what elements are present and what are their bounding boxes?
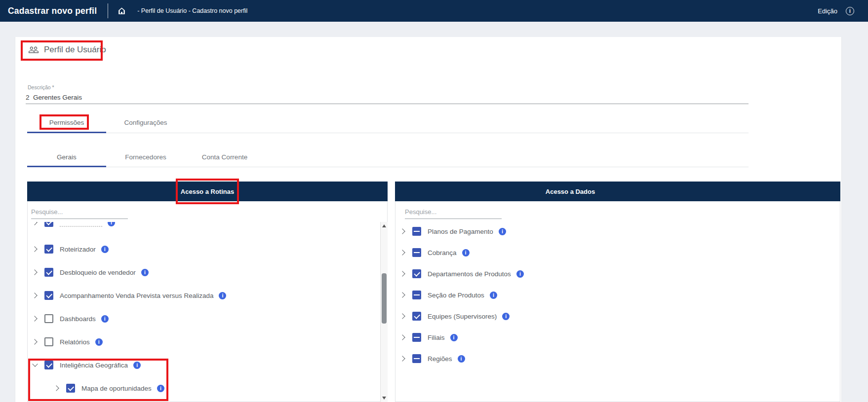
chevron-right-icon[interactable] [31,315,39,323]
chevron-right-icon[interactable] [31,245,39,253]
info-icon[interactable]: i [95,338,103,346]
help-info-icon[interactable]: i [846,7,854,15]
chevron-right-icon[interactable] [31,292,39,299]
tree-item-label: Desbloqueio de vendedor [60,269,136,276]
checkbox-unchecked[interactable] [44,314,53,323]
info-icon[interactable]: i [462,249,470,256]
checkbox-indeterminate[interactable] [412,354,421,363]
tree-item-desbloqueio-de-vendedor: Desbloqueio de vendedori [27,266,380,278]
tree-item-dashboards: Dashboardsi [27,313,380,325]
chevron-right-icon[interactable] [399,291,407,299]
chevron-right-icon[interactable] [399,227,407,235]
users-icon [28,44,39,55]
main-tab-active-indicator [27,132,106,133]
top-bar: Cadastrar novo perfil - Perfil de Usuári… [0,0,868,22]
routines-search-input[interactable] [31,208,128,219]
checkbox-checked[interactable] [44,268,53,277]
checkbox-checked[interactable] [44,222,53,227]
chevron-right-icon[interactable] [31,338,39,346]
tree-item-roteirizador: Roteirizadori [27,243,380,255]
checkbox-indeterminate[interactable] [412,333,421,342]
description-field[interactable] [26,93,749,104]
info-icon[interactable]: i [516,270,524,278]
tree-item-mapa-de-oportunidades: Mapa de oportunidadesi [49,382,380,394]
window-title: Cadastrar novo perfil [8,6,97,16]
page: Cadastrar novo perfil - Perfil de Usuári… [0,0,868,402]
tree-item-relatorios: Relatóriosi [27,336,380,348]
tree-item-label: Mapa de oportunidades [81,385,152,392]
page-title: Perfil de Usuário [44,45,106,55]
tree-item-departamentos-de-produtos: Departamentos de Produtosi [395,268,840,280]
edition-label: Edição [818,7,837,15]
checkbox-indeterminate[interactable] [412,291,421,299]
tree-item-label: Seção de Produtos [428,292,484,299]
data-panel: Acesso a Dados Planos de PagamentoiCobra… [395,182,840,402]
info-icon[interactable]: i [502,313,510,320]
tree-item-label: Planos de Pagamento [428,228,493,235]
info-icon[interactable]: i [101,246,109,253]
info-icon[interactable]: i [141,269,149,276]
topbar-divider [108,3,108,18]
scroll-up-icon[interactable] [382,224,386,227]
checkbox-unchecked[interactable] [44,337,53,346]
data-search-input[interactable] [405,208,502,219]
tab-permissoes[interactable]: Permissões [27,116,106,128]
checkbox-checked[interactable] [44,291,53,300]
page-heading: Perfil de Usuário [28,44,106,55]
tree-item-cobranca: Cobrançai [395,247,840,258]
info-icon[interactable]: i [499,228,506,235]
routines-panel-title: Acesso a Rotinas [27,188,388,195]
tree-item-label: Inteligência Geográfica [60,362,128,369]
chevron-right-icon[interactable] [399,249,407,256]
tree-item-label: Cobrança [428,249,457,256]
tab-conta-corrente[interactable]: Conta Corrente [185,151,264,163]
tree-item-acompanhamento-venda-prevista-versus-realizada: Acompanhamento Venda Prevista versus Rea… [27,290,380,301]
info-icon[interactable]: i [219,292,226,299]
chevron-down-icon[interactable] [31,361,39,369]
info-icon[interactable]: i [450,334,458,341]
tab-gerais[interactable]: Gerais [27,151,106,163]
routines-tree: iRoteirizadoriDesbloqueio de vendedoriAc… [27,222,380,402]
info-icon[interactable]: i [133,362,141,369]
routines-scrollbar[interactable] [380,222,388,402]
scroll-down-icon[interactable] [382,397,386,400]
chevron-right-icon[interactable] [53,384,61,392]
chevron-right-icon[interactable] [399,355,407,363]
checkbox-checked[interactable] [412,312,421,321]
tab-fornecedores[interactable]: Fornecedores [106,151,185,163]
tree-item-label: Roteirizador [60,246,96,253]
tree-item-clipped: i [27,222,380,228]
tree-item-label: Filiais [428,334,445,341]
tree-item-label: Equipes (Supervisores) [428,313,497,320]
tab-configuracoes[interactable]: Configurações [106,116,185,128]
chevron-right-icon[interactable] [399,333,407,341]
breadcrumb: - Perfil de Usuário - Cadastro novo perf… [137,7,247,14]
info-icon[interactable]: i [108,222,115,226]
tree-item-inteligencia-geografica: Inteligência Geográficai [27,359,380,371]
info-icon[interactable]: i [490,292,497,299]
tree-item-filiais: Filiaisi [395,331,840,343]
chevron-right-icon[interactable] [31,222,39,226]
home-icon[interactable] [117,6,126,16]
tree-item-label: Dashboards [60,315,96,323]
info-icon[interactable]: i [101,315,109,323]
scrollbar-thumb[interactable] [382,273,387,324]
tree-item-label: Relatórios [60,338,90,346]
tree-item-equipes-supervisores: Equipes (Supervisores)i [395,310,840,322]
info-icon[interactable]: i [458,355,465,363]
chevron-right-icon[interactable] [399,312,407,320]
checkbox-indeterminate[interactable] [412,248,421,257]
checkbox-checked[interactable] [412,269,421,278]
info-icon[interactable]: i [157,385,164,392]
chevron-right-icon[interactable] [31,268,39,276]
checkbox-checked[interactable] [44,361,53,369]
sub-tabs-divider [27,167,749,167]
checkbox-checked[interactable] [66,384,75,393]
routines-panel-header: Acesso a Rotinas [27,182,388,201]
description-label: Descrição * [28,84,54,90]
tree-item-planos-de-pagamento: Planos de Pagamentoi [395,225,840,237]
chevron-right-icon[interactable] [399,270,407,278]
checkbox-indeterminate[interactable] [412,227,421,236]
tree-item-secao-de-produtos: Seção de Produtosi [395,289,840,301]
checkbox-checked[interactable] [44,245,53,254]
